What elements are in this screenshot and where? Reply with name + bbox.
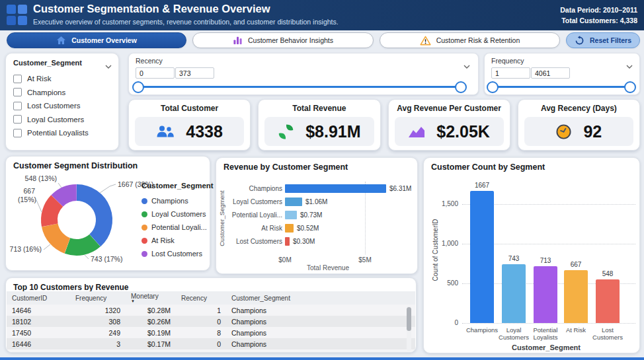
revenue-icon — [278, 124, 294, 140]
legend-item-loyal-customers[interactable]: Loyal Customers — [141, 207, 214, 221]
checkbox[interactable] — [13, 129, 22, 137]
table-row[interactable]: 18102308$0.26M0Champions — [7, 316, 415, 328]
tab-customer-behavior-insights[interactable]: Customer Behavior Insights — [192, 32, 374, 48]
checkbox[interactable] — [13, 88, 22, 96]
table-cell: 249 — [70, 329, 126, 337]
slider-min-input[interactable] — [136, 67, 175, 79]
column-header-customer-segment[interactable]: Customer_Segment — [226, 295, 415, 302]
slider-track[interactable] — [493, 86, 630, 88]
table-cell: 14646 — [7, 306, 70, 314]
bar-value-label: 1667 — [469, 182, 495, 189]
table-row[interactable]: 146461320$0.28M1Champions — [7, 305, 415, 316]
slider-handle-max[interactable] — [624, 81, 636, 93]
filter-option-potential-loyalists[interactable]: Potential Loyalists — [13, 126, 89, 140]
donut-leader-line — [58, 183, 61, 188]
bar-category-label: Lost Customers — [221, 238, 282, 245]
chevron-down-icon[interactable] — [463, 59, 470, 71]
table-cell: $0.17M — [126, 340, 176, 348]
filter-option-loyal-customers[interactable]: Loyal Customers — [13, 113, 89, 127]
bar-lost-customers[interactable] — [596, 279, 620, 323]
tab-customer-overview[interactable]: Customer Overview — [7, 32, 186, 48]
donut-slice-potential-loyalists[interactable] — [50, 225, 67, 246]
donut-slice-at-risk[interactable] — [50, 201, 58, 225]
filter-option-champions[interactable]: Champions — [13, 86, 89, 100]
slider-track[interactable] — [138, 86, 461, 88]
slider-handle-min[interactable] — [132, 81, 144, 93]
donut-slice-loyal-customers[interactable] — [67, 240, 95, 247]
bar-potential-loyalists[interactable] — [534, 266, 557, 323]
revenue-chart-title: Revenue by Customer Segment — [223, 162, 348, 172]
kpi-body: 92 — [524, 117, 633, 146]
slider-max-input[interactable] — [175, 67, 214, 79]
table-header-row: CustomerIDFrequencyMonetary▼RecencyCusto… — [7, 291, 415, 305]
donut-slice-lost-customers[interactable] — [57, 193, 76, 201]
legend-item-at-risk[interactable]: At Risk — [141, 234, 214, 247]
tab-label: Customer Overview — [71, 36, 137, 44]
home-icon — [56, 36, 66, 45]
y-tick: 500 — [432, 279, 458, 287]
dashboard: Customer Segmentation & Revenue Overview… — [0, 0, 644, 360]
bar-value-label: 743 — [501, 255, 527, 262]
legend-item-champions[interactable]: Champions — [141, 194, 214, 207]
segment-filter-title: Customer_Segment — [13, 59, 82, 67]
bar-champions[interactable] — [470, 191, 494, 323]
bar-category-label: Champions — [464, 326, 500, 334]
y-tick: 1,500 — [432, 200, 458, 207]
column-header-monetary[interactable]: Monetary▼ — [126, 293, 176, 303]
table-cell: 1 — [176, 306, 226, 314]
table-row[interactable]: 164463$0.17M0Champions — [7, 338, 415, 350]
checkbox[interactable] — [13, 102, 22, 110]
chevron-down-icon[interactable] — [626, 59, 633, 71]
kpi-title: Total Customer — [129, 104, 250, 113]
donut-slice-champions[interactable] — [77, 193, 104, 240]
table-cell: 5903 — [70, 351, 126, 353]
chevron-down-icon[interactable] — [105, 59, 112, 71]
filter-option-at-risk[interactable]: At Risk — [13, 72, 89, 86]
slider-max-input[interactable] — [531, 67, 570, 79]
bar-lost-customers[interactable] — [285, 237, 290, 246]
bar-chart-icon — [233, 36, 243, 45]
kpi-card-total-revenue: Total Revenue$8.91M — [258, 99, 380, 151]
table-scrollbar-thumb[interactable] — [407, 307, 411, 331]
frequency-slider-panel: Frequency — [484, 53, 640, 95]
column-header-frequency[interactable]: Frequency — [70, 295, 126, 302]
kpi-card-avg-recency-days-: Avg Recency (Days)92 — [518, 99, 640, 151]
filter-option-label: Lost Customers — [27, 102, 81, 110]
table-cell: 8 — [176, 329, 226, 337]
tab-customer-risk-retention[interactable]: Customer Risk & Retention — [380, 32, 560, 48]
slider-label: Recency — [136, 57, 163, 65]
filter-option-lost-customers[interactable]: Lost Customers — [13, 99, 89, 113]
bar-champions[interactable] — [285, 184, 386, 193]
checkbox[interactable] — [13, 115, 22, 124]
table-title: Top 10 Customers by Revenue — [13, 283, 129, 292]
bar-at-risk[interactable] — [285, 224, 294, 233]
bar-category-label: Champions — [221, 185, 282, 192]
kpi-value: 92 — [583, 122, 602, 141]
table-row[interactable]: 149115903$0.14M1Champions — [7, 349, 415, 353]
legend-item-potential-loyalists[interactable]: Potential Loyali... — [141, 221, 214, 234]
legend-label: Lost Customers — [151, 250, 202, 258]
checkbox[interactable] — [13, 75, 22, 83]
table-row[interactable]: 17450249$0.19M8Champions — [7, 327, 415, 339]
bottom-accent-bar — [0, 357, 644, 360]
slider-handle-min[interactable] — [487, 81, 499, 93]
table-cell: 308 — [70, 318, 126, 326]
legend-item-lost-customers[interactable]: Lost Customers — [141, 247, 214, 260]
bar-loyal-customers[interactable] — [502, 264, 526, 323]
slider-handle-max[interactable] — [455, 81, 467, 93]
bar-category-label: At Risk — [558, 326, 594, 334]
bar-at-risk[interactable] — [564, 270, 588, 323]
donut-leader-line — [100, 184, 116, 193]
tab-reset-filters[interactable]: Reset Filters — [566, 32, 640, 48]
page-title: Customer Segmentation & Revenue Overview — [33, 3, 270, 15]
column-header-customerid[interactable]: CustomerID — [7, 295, 70, 302]
filter-option-label: Loyal Customers — [27, 116, 84, 124]
table-cell: Champions — [226, 318, 415, 326]
kpi-title: Avg Revenue Per Customer — [389, 104, 510, 113]
kpi-body: $8.91M — [264, 117, 374, 146]
bar-loyal-customers[interactable] — [285, 198, 302, 206]
column-header-recency[interactable]: Recency — [176, 295, 226, 302]
table-cell: Champions — [226, 351, 415, 353]
slider-min-input[interactable] — [491, 67, 530, 79]
bar-potential-loyali-[interactable] — [285, 211, 297, 219]
